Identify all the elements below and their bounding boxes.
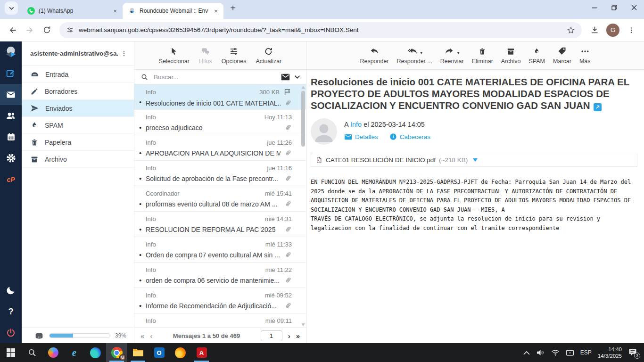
- download-icon[interactable]: [586, 22, 603, 38]
- dark-mode-button[interactable]: [0, 280, 22, 301]
- refresh-icon: [264, 47, 273, 56]
- roundcube-logo[interactable]: [0, 41, 22, 63]
- sidebar-item-spam[interactable]: SPAM: [22, 117, 134, 134]
- from-contact-link[interactable]: Info: [350, 121, 362, 128]
- spam-button[interactable]: SPAM: [529, 47, 545, 65]
- contacts-nav-button[interactable]: [0, 105, 22, 126]
- mail-nav-button[interactable]: [0, 84, 22, 105]
- system-tray: ESP 14:40 14/3/2025 3: [518, 343, 644, 362]
- flag-icon[interactable]: [283, 88, 292, 96]
- attachment-menu-caret-icon[interactable]: [473, 158, 478, 162]
- taskbar-acrobat-button[interactable]: A: [191, 343, 212, 362]
- first-page-button[interactable]: «: [140, 332, 144, 340]
- delete-button[interactable]: Eliminar: [472, 47, 493, 65]
- cpanel-icon[interactable]: cP: [0, 169, 22, 190]
- sidebar-item-enviados[interactable]: Enviados: [22, 100, 134, 117]
- taskbar-edge-button[interactable]: [85, 343, 106, 362]
- reply-all-button[interactable]: ▼ Responder ...: [397, 47, 432, 65]
- reply-button[interactable]: Responder: [360, 47, 388, 65]
- refresh-button[interactable]: [39, 22, 55, 38]
- prev-page-button[interactable]: ‹: [150, 332, 152, 340]
- calendar-nav-button[interactable]: [0, 126, 22, 148]
- taskbar-chrome-button[interactable]: G: [106, 343, 127, 362]
- options-button[interactable]: Opciones: [222, 47, 247, 65]
- sidebar-item-papelera[interactable]: Papelera: [22, 134, 134, 151]
- list-item[interactable]: Infomié 09:52 •Informe de Recomendación …: [134, 288, 306, 313]
- taskbar-clock[interactable]: 14:40 14/3/2025: [598, 346, 622, 359]
- attachment-name[interactable]: CATE01 RESOLUCIÓN DE INICIO.pdf: [326, 156, 436, 164]
- cast-icon[interactable]: [566, 349, 574, 356]
- taskbar-copilot-button[interactable]: [42, 343, 64, 362]
- logout-button[interactable]: [0, 322, 22, 343]
- last-page-button[interactable]: »: [296, 332, 300, 340]
- speaker-icon[interactable]: [536, 349, 545, 356]
- notification-center-button[interactable]: 3: [628, 348, 638, 357]
- scroll-up-icon[interactable]: [301, 86, 305, 89]
- search-scope-mail-icon[interactable]: [281, 74, 290, 81]
- paperclip-icon: [284, 123, 292, 132]
- more-button[interactable]: Más: [579, 47, 591, 65]
- start-button[interactable]: [0, 343, 21, 362]
- select-button[interactable]: Seleccionar: [159, 47, 190, 65]
- search-input[interactable]: [153, 73, 277, 81]
- sidebar-item-entrada[interactable]: Entrada: [22, 66, 134, 83]
- next-page-button[interactable]: ›: [288, 332, 290, 340]
- list-item[interactable]: Infomié 14:31 •RESOLUCION DE REFORMA AL …: [134, 212, 306, 237]
- taskbar-explorer-button[interactable]: [127, 343, 149, 362]
- close-tab-icon[interactable]: ×: [212, 7, 220, 15]
- list-item[interactable]: Infomié 11:33 •Orden de compra 07 evento…: [134, 237, 306, 263]
- new-tab-button[interactable]: +: [226, 1, 239, 15]
- threads-button[interactable]: Hilos: [199, 47, 212, 65]
- open-in-new-window-icon[interactable]: [594, 103, 602, 111]
- taskbar-firefox-button[interactable]: [170, 343, 191, 362]
- back-button[interactable]: [5, 22, 21, 38]
- tray-expand-chevron-icon[interactable]: [523, 351, 530, 355]
- help-button[interactable]: ?: [0, 301, 22, 322]
- attachment-bar[interactable]: CATE01 RESOLUCIÓN DE INICIO.pdf (~218 KB…: [311, 153, 637, 167]
- tab-whatsapp[interactable]: (1) WhatsApp ×: [22, 3, 123, 19]
- taskbar-ie-button[interactable]: e: [64, 343, 85, 362]
- list-scrollbar[interactable]: [301, 84, 305, 328]
- maximize-button[interactable]: [604, 0, 624, 15]
- taskbar-search-button[interactable]: [21, 343, 42, 362]
- account-menu-icon[interactable]: [118, 50, 130, 58]
- site-settings-icon[interactable]: [66, 26, 74, 34]
- profile-avatar[interactable]: G: [606, 24, 619, 37]
- list-item[interactable]: Infomié 11:22 •orden de compra 06 servic…: [134, 263, 306, 288]
- forward-button[interactable]: ▼ Reenviar: [440, 47, 464, 65]
- headers-link[interactable]: Cabeceras: [389, 133, 430, 140]
- wifi-icon[interactable]: [551, 349, 560, 356]
- list-item[interactable]: InfoHoy 11:13 •proceso adjudicaco: [134, 110, 306, 135]
- list-item[interactable]: Info300 KB •Resoluciones de inicio 001 C…: [134, 84, 306, 110]
- dropdown-caret-icon[interactable]: ▼: [456, 51, 460, 56]
- sidebar-item-borradores[interactable]: Borradores: [22, 83, 134, 100]
- bookmark-star-icon[interactable]: [567, 26, 575, 34]
- list-item[interactable]: Infojue 11:26 •APROBACION PARA LA ADQUIS…: [134, 135, 306, 161]
- mark-button[interactable]: Marcar: [553, 47, 571, 65]
- details-link[interactable]: Detalles: [344, 133, 378, 140]
- tab-roundcube[interactable]: Roundcube Webmail :: Enviados ×: [123, 3, 223, 19]
- scrollbar-thumb[interactable]: [301, 91, 305, 147]
- settings-nav-button[interactable]: [0, 148, 22, 169]
- forward-button[interactable]: [22, 22, 38, 38]
- url-bar[interactable]: webmail.sanjuan.gob.ec/cpsess3265394567/…: [59, 22, 582, 38]
- minimize-button[interactable]: [585, 0, 604, 15]
- list-item[interactable]: Infojue 11:16 •Solicitud de aprobación d…: [134, 161, 306, 186]
- refresh-list-button[interactable]: Actualizar: [256, 47, 282, 65]
- tab-search-button[interactable]: [5, 1, 18, 15]
- dropdown-caret-icon[interactable]: ▼: [420, 51, 423, 56]
- scroll-down-icon[interactable]: [301, 323, 305, 326]
- language-indicator[interactable]: ESP: [580, 349, 592, 356]
- archive-button[interactable]: Archivo: [501, 47, 521, 65]
- compose-button[interactable]: [0, 63, 22, 84]
- list-item[interactable]: Infomié 09:11: [134, 313, 306, 328]
- paperclip-icon: [284, 225, 292, 233]
- close-button[interactable]: [624, 0, 644, 15]
- page-number-input[interactable]: [261, 330, 282, 341]
- browser-menu-icon[interactable]: [623, 22, 639, 38]
- search-options-chevron-icon[interactable]: [294, 74, 300, 80]
- sidebar-item-archivo[interactable]: Archivo: [22, 151, 134, 168]
- list-item[interactable]: Coordinadormié 15:41 •proformas evento c…: [134, 186, 306, 212]
- close-tab-icon[interactable]: ×: [111, 7, 119, 15]
- taskbar-outlook-button[interactable]: O: [149, 343, 170, 362]
